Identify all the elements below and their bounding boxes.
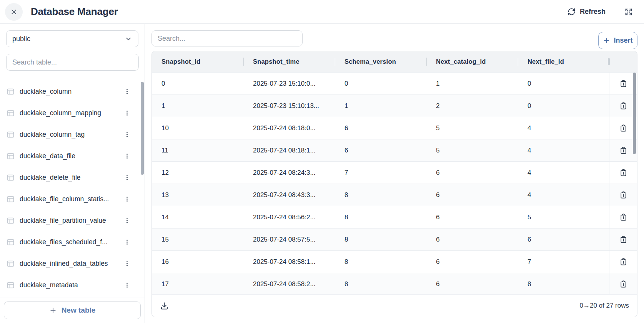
- delete-row-button[interactable]: [617, 166, 630, 179]
- kebab-menu-icon: [124, 282, 130, 288]
- cell-next-catalog-id: 6: [426, 206, 518, 228]
- refresh-button[interactable]: Refresh: [567, 8, 606, 16]
- kebab-menu-icon: [124, 196, 130, 202]
- cell-schema-version: 6: [335, 117, 426, 139]
- sidebar-table-item[interactable]: ducklake_file_column_statis...: [0, 188, 145, 210]
- cell-snapshot-id: 0: [152, 73, 243, 94]
- kebab-menu-icon: [124, 239, 130, 245]
- delete-row-button[interactable]: [617, 211, 630, 224]
- schema-select[interactable]: public: [6, 30, 138, 47]
- cell-next-file-id: 4: [518, 139, 609, 161]
- delete-row-button[interactable]: [617, 255, 630, 268]
- close-button[interactable]: [5, 3, 23, 21]
- delete-row-button[interactable]: [617, 77, 630, 90]
- table-options-button[interactable]: [122, 216, 132, 225]
- column-header-snapshot-id: Snapshot_id: [152, 51, 243, 72]
- cell-next-catalog-id: 6: [426, 251, 518, 273]
- cell-next-file-id: 4: [518, 117, 609, 139]
- expand-icon: [625, 8, 632, 16]
- table-options-button[interactable]: [122, 108, 132, 118]
- fullscreen-button[interactable]: [625, 8, 632, 16]
- sidebar-table-item[interactable]: ducklake_files_scheduled_f...: [0, 231, 145, 253]
- table-options-button[interactable]: [122, 259, 132, 268]
- table-options-button[interactable]: [122, 280, 132, 290]
- sidebar: public ducklake_column: [0, 24, 145, 323]
- kebab-menu-icon: [124, 88, 130, 95]
- table-name: ducklake_inlined_data_tables: [20, 260, 108, 268]
- table-options-button[interactable]: [122, 87, 132, 96]
- cell-snapshot-id: 1: [152, 95, 243, 117]
- delete-row-button[interactable]: [617, 122, 630, 134]
- cell-snapshot-time: 2025-07-24 08:56:2...: [243, 206, 335, 228]
- cell-snapshot-id: 10: [152, 117, 243, 139]
- trash-icon: [619, 124, 628, 133]
- sidebar-table-item[interactable]: ducklake_data_file: [0, 145, 145, 167]
- cell-snapshot-id: 11: [152, 139, 243, 161]
- grid-header-row: Snapshot_id Snapshot_time Schema_version…: [152, 51, 637, 72]
- cell-next-file-id: 0: [518, 95, 609, 117]
- cell-snapshot-time: 2025-07-23 15:10:0...: [243, 73, 335, 94]
- table-options-button[interactable]: [122, 194, 132, 204]
- table-options-button[interactable]: [122, 151, 132, 161]
- table-list: ducklake_column ducklake_column_mapping: [0, 77, 145, 296]
- column-header-actions: [609, 51, 637, 72]
- table-options-button[interactable]: [122, 130, 132, 139]
- cell-next-file-id: 6: [518, 229, 609, 250]
- sidebar-table-item[interactable]: ducklake_column_mapping: [0, 102, 145, 124]
- table-options-button[interactable]: [122, 173, 132, 182]
- download-button[interactable]: [159, 300, 170, 311]
- main-area: Insert Snapshot_id Snapshot_time Schema_…: [145, 24, 644, 323]
- kebab-menu-icon: [124, 174, 130, 181]
- trash-icon: [619, 101, 628, 110]
- sidebar-table-item[interactable]: ducklake_file_partition_value: [0, 210, 145, 231]
- sidebar-table-item[interactable]: ducklake_column_tag: [0, 124, 145, 145]
- delete-row-button[interactable]: [617, 278, 630, 290]
- cell-snapshot-time: 2025-07-23 15:10:13...: [243, 95, 335, 117]
- sidebar-table-item[interactable]: ducklake_delete_file: [0, 167, 145, 188]
- cell-next-catalog-id: 6: [426, 162, 518, 184]
- grid-scrollbar-thumb[interactable]: [633, 73, 636, 154]
- table-search-input[interactable]: [6, 54, 139, 71]
- sidebar-table-item[interactable]: ducklake_column: [0, 81, 145, 102]
- delete-row-button[interactable]: [617, 99, 630, 112]
- table-name: ducklake_delete_file: [20, 174, 81, 182]
- kebab-menu-icon: [124, 131, 130, 138]
- refresh-icon: [567, 8, 576, 16]
- new-table-button[interactable]: New table: [4, 301, 141, 319]
- cell-next-catalog-id: 6: [426, 184, 518, 206]
- cell-next-catalog-id: 1: [426, 73, 518, 94]
- cell-schema-version: 8: [335, 206, 426, 228]
- cell-schema-version: 8: [335, 273, 426, 295]
- database-manager-window: Database Manager Refresh: [0, 0, 644, 323]
- kebab-menu-icon: [124, 153, 130, 159]
- page-title: Database Manager: [31, 6, 118, 18]
- table-row: 13 2025-07-24 08:43:3... 8 6 4: [152, 184, 637, 206]
- row-count-label: 0→20 of 27 rows: [579, 302, 629, 310]
- delete-row-button[interactable]: [617, 144, 630, 157]
- sidebar-scrollbar-thumb[interactable]: [141, 82, 144, 175]
- insert-button[interactable]: Insert: [598, 32, 637, 49]
- table-icon: [7, 131, 15, 139]
- refresh-label: Refresh: [580, 8, 606, 16]
- sidebar-table-item[interactable]: ducklake_inlined_data_tables: [0, 253, 145, 274]
- table-name: ducklake_files_scheduled_f...: [20, 238, 108, 246]
- table-row: 16 2025-07-24 08:58:1... 8 6 7: [152, 250, 637, 273]
- search-input[interactable]: [151, 30, 303, 46]
- delete-row-button[interactable]: [617, 233, 630, 246]
- cell-snapshot-time: 2025-07-24 08:24:3...: [243, 162, 335, 184]
- cell-snapshot-id: 14: [152, 206, 243, 228]
- cell-next-file-id: 4: [518, 184, 609, 206]
- delete-row-button[interactable]: [617, 189, 630, 201]
- column-header-schema-version: Schema_version: [335, 51, 426, 72]
- table-icon: [7, 88, 15, 96]
- cell-next-catalog-id: 6: [426, 273, 518, 295]
- cell-next-file-id: 0: [518, 73, 609, 94]
- cell-snapshot-id: 15: [152, 229, 243, 250]
- sidebar-table-item[interactable]: ducklake_metadata: [0, 274, 145, 296]
- table-name: ducklake_column_mapping: [20, 109, 101, 117]
- cell-next-catalog-id: 6: [426, 229, 518, 250]
- column-header-next-catalog-id: Next_catalog_id: [426, 51, 518, 72]
- table-options-button[interactable]: [122, 237, 132, 247]
- chevron-down-icon: [125, 35, 132, 43]
- cell-next-catalog-id: 2: [426, 95, 518, 117]
